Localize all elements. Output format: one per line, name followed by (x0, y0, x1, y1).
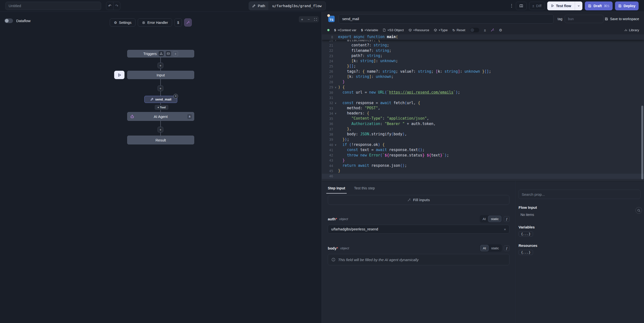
fill-inputs-button[interactable]: Fill inputs (328, 195, 510, 205)
node-triggers[interactable]: Triggers + (127, 50, 194, 58)
code-line[interactable]: 22 filename?: string; (322, 48, 644, 53)
code-line[interactable]: 28 } (322, 79, 644, 85)
tab-test-this-step[interactable]: Test this step (354, 186, 375, 194)
node-ai-agent[interactable]: AI Agent a (127, 112, 194, 121)
body-mode-ai[interactable]: AI (480, 245, 489, 251)
fold-chevron-icon[interactable]: ∨ (333, 111, 338, 116)
code-line[interactable]: 39 }); (322, 137, 644, 142)
save-to-workspace-button[interactable]: Save to workspace (605, 17, 639, 21)
more-menu-button[interactable]: ⋮ (510, 3, 514, 8)
search-icon[interactable] (636, 207, 642, 214)
redo-button[interactable]: ↷ (113, 2, 120, 10)
flow-title-input[interactable] (6, 2, 101, 10)
expression-mode-icon[interactable]: ƒ (504, 216, 510, 222)
auth-mode-static[interactable]: static (488, 216, 501, 222)
ai-edit-wand-icon[interactable] (490, 28, 494, 32)
node-send-mail[interactable]: send_mail (144, 96, 177, 103)
editor-settings-gear-icon[interactable]: ⚙ (499, 28, 502, 33)
add-type-button[interactable]: +Type (434, 28, 448, 32)
code-line[interactable]: 30 const url = new URL(`https://api.rese… (322, 90, 644, 95)
clear-icon[interactable]: × (501, 227, 506, 231)
code-line[interactable]: 31 (322, 95, 644, 100)
remove-tool-button[interactable]: ✕ (173, 94, 178, 99)
code-line[interactable]: 26 tags?: { name?: string; value?: strin… (322, 69, 644, 74)
insert-step-button[interactable]: + (158, 63, 163, 68)
draft-button[interactable]: Draft ⌘S (585, 2, 612, 10)
fold-chevron-icon[interactable]: ∨ (333, 85, 338, 90)
undo-button[interactable]: ↶ (106, 2, 113, 10)
code-line[interactable]: 34∨ headers: { (322, 111, 644, 116)
line-number: 27 (322, 75, 333, 79)
mail-icon[interactable] (166, 51, 171, 56)
code-line[interactable]: 21 content?: string; (322, 43, 644, 48)
code-editor[interactable]: 20∨ attachments?: {21 content?: string;2… (322, 34, 644, 181)
resources-object-chip[interactable]: {...} (518, 250, 533, 255)
path-chip[interactable]: Path u/farhadglbs/grand_flow (249, 2, 326, 10)
body-mode-static[interactable]: static (488, 245, 501, 251)
code-line[interactable]: 44 return await response.json(); (322, 163, 644, 168)
required-star: * (336, 217, 337, 221)
code-line[interactable]: 42 throw new Error(`${response.status} $… (322, 153, 644, 158)
tag-input[interactable] (565, 15, 604, 23)
line-number: 44 (322, 164, 333, 168)
diff-mode-icon[interactable]: ± (484, 28, 486, 32)
add-variable-button[interactable]: $ +Variable (361, 28, 378, 32)
add-tool-button[interactable]: + Tool (155, 105, 168, 110)
robot-icon (130, 114, 134, 119)
editor-mode-toggle[interactable] (470, 28, 479, 33)
code-line[interactable]: 41 const text = await response.text(); (322, 147, 644, 153)
draft-label: Draft (594, 4, 602, 8)
tab-step-input[interactable]: Step Input (328, 186, 345, 194)
code-line[interactable]: 27 [k: string]: unknown; (322, 74, 644, 79)
editor-scrollbar[interactable] (641, 106, 643, 179)
insert-step-button[interactable]: + (158, 127, 163, 132)
node-input[interactable]: Input (127, 71, 194, 79)
code-line[interactable]: 37 }, (322, 127, 644, 132)
code-line[interactable]: 45} (322, 168, 644, 173)
step-name-input[interactable] (338, 14, 554, 24)
run-from-input-button[interactable] (114, 71, 124, 79)
deploy-button[interactable]: Deploy (615, 2, 638, 10)
node-result[interactable]: Result (127, 136, 194, 144)
code-line[interactable]: 29∨) { (322, 85, 644, 90)
auth-value-field[interactable]: × (328, 225, 510, 234)
expression-mode-icon[interactable]: ƒ (504, 245, 510, 251)
code-line[interactable]: 8export async function main( (322, 34, 644, 40)
code-line[interactable]: 32∨ const response = await fetch(url, { (322, 101, 644, 106)
variables-object-chip[interactable]: {...} (518, 231, 533, 236)
auth-mode-ai[interactable]: AI (480, 216, 488, 222)
code-line[interactable]: 25 }[]; (322, 64, 644, 69)
code-line[interactable]: 46 (322, 174, 644, 179)
ai-chat-panel-button[interactable] (516, 2, 527, 10)
library-button[interactable]: Library (624, 28, 639, 32)
fold-chevron-icon[interactable]: ∨ (333, 101, 338, 106)
auth-field-name: auth (328, 217, 336, 221)
code-line[interactable]: 38 body: JSON.stringify(body), (322, 132, 644, 137)
add-context-var-button[interactable]: $ +Context var (334, 28, 356, 32)
diff-button[interactable]: ± Diff (529, 2, 544, 10)
add-resource-button[interactable]: +Resource (408, 28, 430, 32)
reset-code-button[interactable]: ↻ Reset (452, 28, 465, 32)
code-text: } (338, 79, 345, 85)
search-prop-input[interactable] (518, 190, 640, 199)
save-icon (588, 4, 592, 8)
code-line[interactable]: 23 path?: string; (322, 53, 644, 59)
insert-step-button[interactable]: + (158, 86, 163, 91)
code-line[interactable]: 33 method: "POST", (322, 106, 644, 111)
auth-value-input[interactable] (331, 227, 501, 231)
webhook-icon[interactable] (158, 51, 164, 56)
test-flow-dropdown[interactable] (575, 2, 582, 10)
code-line[interactable]: 35 "Content-Type": "application/json", (322, 116, 644, 121)
step-editor-panel: TS tag Save to workspace $ +Context var … (322, 12, 644, 181)
add-trigger-button[interactable]: + (173, 51, 178, 56)
code-line[interactable]: 36 Authorization: "Bearer " + auth.token… (322, 121, 644, 127)
path-label: Path (258, 4, 265, 8)
add-s3-object-button[interactable]: +S3 Object (383, 28, 404, 32)
fold-chevron-icon[interactable]: ∨ (333, 142, 338, 147)
code-line[interactable]: 40∨ if (!response.ok) { (322, 142, 644, 147)
code-line[interactable]: 24 [k: string]: unknown; (322, 59, 644, 64)
reset-icon: ↻ (452, 28, 455, 32)
test-flow-button[interactable]: Test flow (547, 2, 582, 10)
code-line[interactable]: 43 } (322, 158, 644, 163)
save-to-workspace-label: Save to workspace (610, 17, 639, 21)
